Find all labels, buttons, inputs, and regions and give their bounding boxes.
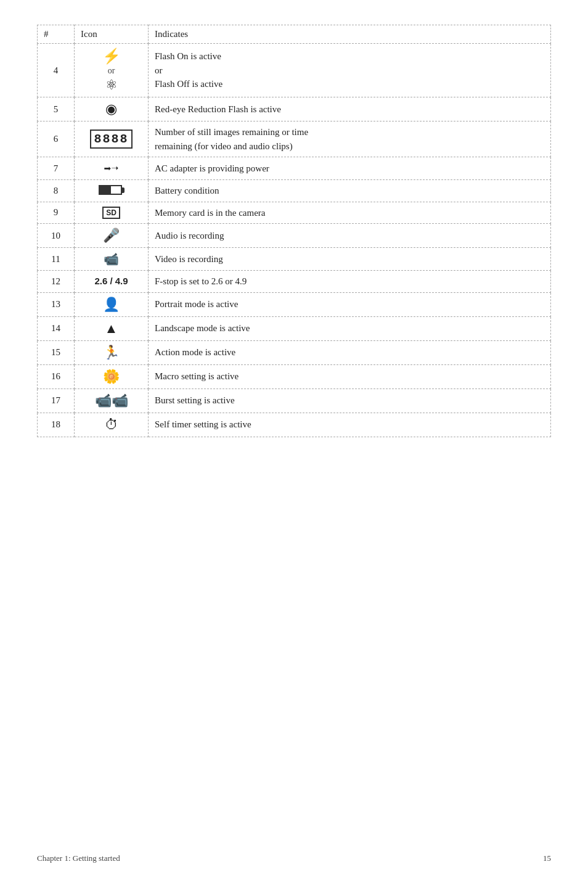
row-number: 15 — [38, 340, 75, 364]
row-number: 14 — [38, 316, 75, 340]
row-indicates: Battery condition — [149, 180, 551, 202]
table-row: 11📹Video is recording — [38, 248, 551, 271]
page-footer: Chapter 1: Getting started 15 — [37, 853, 551, 863]
table-row: 8 Battery condition — [38, 180, 551, 202]
row-indicates: Portrait mode is active — [149, 292, 551, 316]
table-row: 15🏃Action mode is active — [38, 340, 551, 364]
row-indicates: Action mode is active — [149, 340, 551, 364]
row-icon: SD — [75, 202, 149, 224]
row-indicates: Self timer setting is active — [149, 413, 551, 437]
col-header-icon: Icon — [75, 25, 149, 44]
row-number: 4 — [38, 44, 75, 97]
row-indicates: F-stop is set to 2.6 or 4.9 — [149, 271, 551, 293]
table-row: 18⏱Self timer setting is active — [38, 413, 551, 437]
row-icon: 8888 — [75, 121, 149, 157]
table-row: 9SDMemory card is in the camera — [38, 202, 551, 224]
row-number: 9 — [38, 202, 75, 224]
row-indicates: Flash On is activeorFlash Off is active — [149, 44, 551, 97]
row-indicates: Audio is recording — [149, 224, 551, 248]
row-number: 6 — [38, 121, 75, 157]
row-indicates: Burst setting is active — [149, 388, 551, 413]
table-row: 4 ⚡ or ⚛ Flash On is activeorFlash Off i… — [38, 44, 551, 97]
row-indicates: Red-eye Reduction Flash is active — [149, 97, 551, 121]
row-number: 13 — [38, 292, 75, 316]
row-indicates: Memory card is in the camera — [149, 202, 551, 224]
table-row: 17📹📹Burst setting is active — [38, 388, 551, 413]
row-icon: 📹📹 — [75, 388, 149, 413]
row-icon: 🌼 — [75, 364, 149, 388]
row-indicates: Number of still images remaining or time… — [149, 121, 551, 157]
table-row: 16🌼Macro setting is active — [38, 364, 551, 388]
row-icon: ▲ — [75, 316, 149, 340]
footer-page-number: 15 — [543, 853, 551, 863]
table-row: 13👤Portrait mode is active — [38, 292, 551, 316]
table-row: 7➡➝AC adapter is providing power — [38, 157, 551, 180]
row-number: 12 — [38, 271, 75, 293]
row-icon: 2.6 / 4.9 — [75, 271, 149, 293]
table-row: 68888Number of still images remaining or… — [38, 121, 551, 157]
row-icon: 👤 — [75, 292, 149, 316]
row-number: 5 — [38, 97, 75, 121]
row-indicates: Landscape mode is active — [149, 316, 551, 340]
footer-chapter: Chapter 1: Getting started — [37, 853, 120, 863]
row-indicates: Macro setting is active — [149, 364, 551, 388]
row-icon: ⏱ — [75, 413, 149, 437]
row-icon — [75, 180, 149, 202]
table-row: 10🎤Audio is recording — [38, 224, 551, 248]
table-row: 122.6 / 4.9F-stop is set to 2.6 or 4.9 — [38, 271, 551, 293]
col-header-num: # — [38, 25, 75, 44]
row-icon: ◉ — [75, 97, 149, 121]
row-icon: 📹 — [75, 248, 149, 271]
row-number: 7 — [38, 157, 75, 180]
row-number: 8 — [38, 180, 75, 202]
row-number: 10 — [38, 224, 75, 248]
row-indicates: AC adapter is providing power — [149, 157, 551, 180]
row-icon: ⚡ or ⚛ — [75, 44, 149, 97]
row-number: 17 — [38, 388, 75, 413]
table-row: 5◉Red-eye Reduction Flash is active — [38, 97, 551, 121]
row-number: 16 — [38, 364, 75, 388]
icon-reference-table: # Icon Indicates 4 ⚡ or ⚛ Flash On is ac… — [37, 25, 551, 437]
row-icon: 🎤 — [75, 224, 149, 248]
row-number: 18 — [38, 413, 75, 437]
row-indicates: Video is recording — [149, 248, 551, 271]
row-number: 11 — [38, 248, 75, 271]
col-header-indicates: Indicates — [149, 25, 551, 44]
row-icon: 🏃 — [75, 340, 149, 364]
table-row: 14▲Landscape mode is active — [38, 316, 551, 340]
row-icon: ➡➝ — [75, 157, 149, 180]
